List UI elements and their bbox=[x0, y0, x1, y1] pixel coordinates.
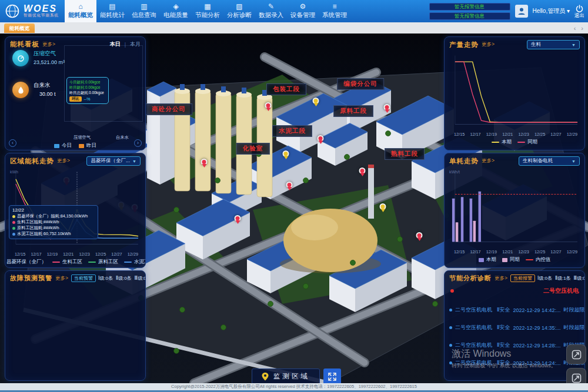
legend-item[interactable]: 昌菱环保（全厂） bbox=[5, 259, 46, 266]
nav-item-label: 节能分析 bbox=[195, 11, 220, 19]
location-pin-icon bbox=[262, 373, 269, 381]
kpi-tap-water[interactable]: 自来水 30.00 t bbox=[12, 82, 56, 98]
fullscreen-icon bbox=[328, 373, 336, 381]
map-pin[interactable] bbox=[313, 98, 319, 104]
map-area-label[interactable]: 熟料工段 bbox=[385, 148, 425, 160]
ratio-badge: 环比 bbox=[69, 96, 82, 102]
dropdown-value: 昌菱环保（全厂... bbox=[91, 158, 130, 165]
consumption-select-dropdown[interactable]: 生料制备电耗 ▼ bbox=[519, 156, 580, 166]
nav-item-icon: ◈ bbox=[173, 3, 178, 10]
tab-scroll-right-icon[interactable]: › bbox=[581, 25, 583, 32]
map-area-label[interactable]: 化验室 bbox=[236, 143, 270, 155]
kpi-value: 23,521.00 bbox=[34, 59, 57, 65]
current-alarm-badge[interactable]: 当前报警 bbox=[510, 274, 535, 282]
legend-item[interactable]: 同期 bbox=[517, 139, 537, 146]
panel-energy-kanban: 能耗看板 更多> 本日 | 本月 压缩空气 23,521.00 m³ 自来水 bbox=[5, 36, 146, 150]
axis-tick-label: 12/19 bbox=[486, 249, 497, 254]
current-warning-badge[interactable]: 当前预警 bbox=[71, 274, 96, 282]
kpi-compressed-air[interactable]: 压缩空气 23,521.00 m³ bbox=[12, 50, 65, 66]
ratio-value: --% bbox=[84, 97, 91, 101]
material-select-dropdown[interactable]: 生料 ▼ bbox=[527, 40, 580, 49]
nav-item[interactable]: ⚙ 设备管理 bbox=[287, 0, 319, 22]
user-avatar[interactable] bbox=[515, 5, 528, 18]
map-area-label[interactable]: 水泥工段 bbox=[272, 125, 312, 137]
nav-item[interactable]: ▧ 分析诊断 bbox=[223, 0, 255, 22]
alarm-list-item[interactable]: 二号空压机电机 Ⅱ安全 2022-12-29 14:28:... 时段超限-关.… bbox=[445, 341, 584, 349]
legend-item[interactable]: 原料工区 bbox=[88, 259, 118, 266]
more-link[interactable]: 更多> bbox=[57, 158, 70, 165]
tab-strip: 能耗概览 ‹ › bbox=[0, 22, 588, 33]
more-link[interactable]: 更多> bbox=[495, 275, 507, 282]
y-axis-label: kWh/t bbox=[449, 170, 460, 174]
map-pin[interactable] bbox=[416, 232, 423, 239]
legend-item[interactable]: 昨日 bbox=[79, 142, 96, 149]
logout-button[interactable]: 退出 bbox=[574, 5, 584, 18]
nav-item-icon: ⌂ bbox=[78, 3, 82, 10]
alarm-count: Ⅲ级:0条 bbox=[574, 275, 585, 282]
chevron-down-icon: ▼ bbox=[572, 159, 576, 163]
legend-item[interactable]: 今日 bbox=[54, 142, 72, 149]
region-select-dropdown[interactable]: 昌菱环保（全厂... ▼ bbox=[86, 156, 141, 166]
nav-item-label: 设备管理 bbox=[290, 11, 315, 19]
more-link[interactable]: 更多> bbox=[482, 158, 495, 165]
axis-tick-label: 12/15 bbox=[15, 252, 25, 257]
map-area-label[interactable]: 商砼分公司 bbox=[145, 103, 192, 115]
map-pin[interactable] bbox=[265, 102, 272, 109]
alarm-list-item[interactable]: 二号空压机电机 Ⅱ安全 2022-12-29 14:24:... 时段超限-关.… bbox=[445, 359, 584, 367]
map-pin[interactable] bbox=[359, 167, 366, 174]
map-pin[interactable] bbox=[318, 135, 324, 142]
nav-item[interactable]: ✎ 数据录入 bbox=[255, 0, 287, 22]
legend-item[interactable]: 生料工区 bbox=[52, 259, 82, 266]
nav-item[interactable]: ▥ 信息查询 bbox=[128, 0, 160, 22]
alarm-level: Ⅱ安全 bbox=[497, 324, 510, 331]
snip-icon bbox=[572, 373, 582, 383]
more-link[interactable]: 更多> bbox=[42, 41, 55, 48]
axis-tick-label: 12/29 bbox=[128, 252, 138, 257]
legend-label: 本期 bbox=[486, 256, 496, 263]
header-right: 暂无报警信息 暂无报警信息 Hello,管理员 ▾ 退出 bbox=[429, 0, 588, 22]
legend-item[interactable]: 内控值 bbox=[526, 256, 551, 263]
nav-item[interactable]: ▤ 能耗统计 bbox=[96, 0, 128, 22]
map-pin[interactable] bbox=[380, 203, 386, 210]
more-link[interactable]: 更多> bbox=[482, 41, 495, 48]
user-menu[interactable]: Hello,管理员 ▾ bbox=[533, 7, 570, 15]
nav-item[interactable]: ≡ 系统管理 bbox=[319, 0, 350, 22]
panel-title: 能耗看板 bbox=[10, 40, 39, 49]
alarm-level: Ⅱ安全 bbox=[497, 306, 510, 314]
nav-item-icon: ✎ bbox=[268, 3, 274, 10]
y-axis-label: kWh bbox=[10, 170, 18, 174]
fullscreen-button[interactable] bbox=[323, 368, 341, 384]
legend-label: 同期 bbox=[510, 256, 520, 263]
legend-item[interactable]: 同期 bbox=[502, 256, 520, 263]
globe-logo-icon bbox=[5, 4, 20, 19]
chevron-down-icon: ▾ bbox=[567, 8, 570, 14]
map-pin[interactable] bbox=[201, 159, 208, 165]
map-pin[interactable] bbox=[235, 215, 241, 222]
map-area-label[interactable]: 编袋分公司 bbox=[337, 78, 384, 90]
legend-item[interactable]: 水泥工区 bbox=[124, 259, 146, 266]
legend-item[interactable]: 本期 bbox=[492, 139, 512, 146]
tab-scroll-left-icon[interactable]: ‹ bbox=[574, 25, 576, 32]
nav-item[interactable]: ▦ 节能分析 bbox=[192, 0, 223, 22]
alarm-list-item[interactable]: 二号空压机电机 Ⅱ安全 2022-12-29 14:35:... 时段超限-关.… bbox=[445, 324, 584, 331]
warning-count: Ⅰ级:0条 bbox=[98, 275, 113, 282]
map-area-label[interactable]: 原料工段 bbox=[333, 105, 373, 117]
map-pin[interactable] bbox=[286, 182, 293, 188]
carousel-left-arrow[interactable]: ‹ bbox=[9, 139, 16, 147]
tab-energy-overview[interactable]: 能耗概览 bbox=[4, 24, 35, 33]
tooltip-row-text: 水泥工区能耗:60,752.10kWh bbox=[17, 231, 71, 237]
panel-fault-prediction: 故障预测预警 更多> 当前预警 Ⅰ级:0条Ⅱ级:0条Ⅲ级:0条 bbox=[5, 270, 146, 381]
map-pin[interactable] bbox=[283, 150, 289, 157]
monitor-area-button[interactable]: 监测区域 bbox=[252, 368, 320, 384]
alarm-list-item[interactable]: 二号空压机电机 Ⅱ安全 2022-12-29 14:42:... 时段超限-关.… bbox=[445, 306, 584, 314]
map-area-label[interactable]: 包装工段 bbox=[266, 83, 306, 95]
panel-production-trend: 产量走势 更多> 生料 ▼ 12/1512/1712/1912/2112/231… bbox=[444, 36, 585, 150]
carousel-right-arrow[interactable]: › bbox=[134, 139, 142, 147]
map-pin[interactable] bbox=[384, 104, 390, 110]
nav-item[interactable]: ⌂ 能耗概览 bbox=[65, 0, 96, 22]
alarm-device: 二号空压机电机 bbox=[455, 324, 492, 331]
legend-item[interactable]: 本期 bbox=[479, 256, 496, 263]
more-link[interactable]: 更多> bbox=[55, 275, 68, 282]
snip-tool-button[interactable] bbox=[566, 344, 586, 364]
nav-item[interactable]: ◈ 电能质量 bbox=[160, 0, 192, 22]
